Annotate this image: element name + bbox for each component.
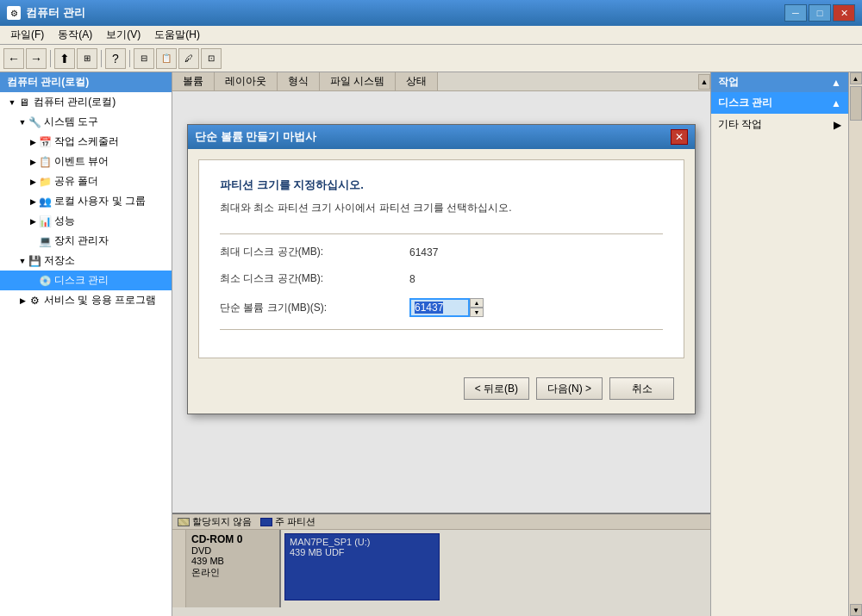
next-button[interactable]: 다음(N) > [536, 377, 603, 400]
dialog-divider-2 [220, 329, 663, 330]
tree-label-users: 로컬 사용자 및 그룹 [54, 194, 146, 208]
expand-icon-shared[interactable]: ▶ [28, 177, 38, 187]
restore-button[interactable]: □ [809, 4, 831, 22]
users-icon: 👥 [38, 195, 52, 208]
tree-label-device: 장치 관리자 [54, 233, 109, 248]
dialog-field-min: 최소 디스크 공간(MB): 8 [220, 271, 663, 286]
menu-file[interactable]: 파일(F) [3, 26, 51, 44]
dialog-title-text: 단순 볼륨 만들기 마법사 [195, 129, 316, 145]
tree-item-scheduler[interactable]: ▶ 📅 작업 스케줄러 [0, 132, 172, 152]
folder-icon: 📁 [38, 175, 52, 189]
tree-item-root[interactable]: ▼ 🖥 컴퓨터 관리(로컬) [0, 92, 172, 112]
scroll-thumb[interactable] [850, 86, 862, 121]
tree-label-root: 컴퓨터 관리(로컬) [34, 95, 116, 109]
toolbar-export[interactable]: ⊟ [134, 48, 154, 69]
spinbox-up[interactable]: ▲ [470, 298, 484, 308]
dialog-close-button[interactable]: ✕ [671, 129, 688, 145]
dialog-body: 파티션 크기를 지정하십시오. 최대와 최소 파티션 크기 사이에서 파티션 크… [198, 159, 684, 358]
dialog-divider-1 [220, 233, 663, 234]
dialog-section-title: 파티션 크기를 지정하십시오. [220, 177, 663, 193]
tree-item-services[interactable]: ▶ ⚙ 서비스 및 응용 프로그램 [0, 290, 172, 310]
volume-size-spinbox[interactable]: ▲ ▼ [409, 298, 484, 317]
dialog-label-min: 최소 디스크 공간(MB): [220, 271, 409, 286]
tools-icon: 🔧 [28, 115, 41, 129]
menu-view[interactable]: 보기(V) [99, 26, 147, 44]
minimize-button[interactable]: ─ [784, 4, 807, 22]
toolbar-edit[interactable]: 🖊 [178, 48, 199, 69]
sidebar-item-other-label: 기타 작업 [718, 117, 762, 132]
tree-item-system[interactable]: ▼ 🔧 시스템 도구 [0, 112, 172, 132]
sidebar-header-label: 작업 [718, 75, 739, 90]
title-bar-controls: ─ □ ✕ [784, 4, 855, 22]
expand-icon-perf[interactable]: ▶ [28, 216, 38, 227]
expand-icon-event[interactable]: ▶ [28, 157, 38, 167]
volume-size-input[interactable] [409, 298, 470, 317]
dialog-field-max: 최대 디스크 공간(MB): 61437 [220, 245, 663, 259]
toolbar-show-hide[interactable]: ⊞ [77, 48, 97, 69]
app-icon: ⚙ [7, 6, 21, 20]
sidebar-header-icon: ▲ [831, 77, 841, 89]
spinbox-down[interactable]: ▼ [470, 308, 484, 317]
main-with-right: 볼륨 레이아웃 형식 파일 시스템 상태 ▲ 할당되지 않음 [172, 72, 862, 616]
tree-label-shared: 공유 폴더 [54, 174, 98, 189]
toolbar-help[interactable]: ? [105, 48, 126, 69]
expand-icon-users[interactable]: ▶ [28, 196, 38, 207]
dialog-input-row: 단순 볼륨 크기(MB)(S): ▲ ▼ [220, 298, 663, 317]
cancel-button[interactable]: 취소 [609, 377, 674, 400]
window-title: 컴퓨터 관리 [26, 5, 85, 21]
title-bar: ⚙ 컴퓨터 관리 ─ □ ✕ [0, 0, 862, 26]
dialog-input-label: 단순 볼륨 크기(MB)(S): [220, 301, 409, 315]
expand-icon-root[interactable]: ▼ [7, 97, 17, 108]
title-bar-left: ⚙ 컴퓨터 관리 [7, 5, 85, 21]
disk-icon: 💿 [38, 274, 52, 288]
expand-icon-services[interactable]: ▶ [17, 296, 28, 306]
computer-icon: 🖥 [17, 96, 31, 109]
sidebar-item-other[interactable]: 기타 작업 ▶ [711, 114, 848, 135]
tree-label-services: 서비스 및 응용 프로그램 [44, 293, 156, 308]
expand-icon-scheduler[interactable]: ▶ [28, 137, 38, 147]
expand-icon-system[interactable]: ▼ [17, 117, 28, 128]
tree-item-diskmgmt[interactable]: ▶ 💿 디스크 관리 [0, 271, 172, 290]
spinbox-buttons: ▲ ▼ [470, 298, 484, 317]
services-icon: ⚙ [28, 294, 41, 308]
sidebar-item-diskmgmt-label: 디스크 관리 [718, 96, 772, 110]
dialog-titlebar: 단순 볼륨 만들기 마법사 ✕ [188, 125, 695, 149]
dialog-section-desc: 최대와 최소 파티션 크기 사이에서 파티션 크기를 선택하십시오. [220, 200, 663, 216]
tree-label-scheduler: 작업 스케줄러 [54, 134, 119, 149]
toolbar-up[interactable]: ⬆ [54, 48, 75, 69]
center-area: 볼륨 레이아웃 형식 파일 시스템 상태 ▲ 할당되지 않음 [172, 72, 710, 616]
device-icon: 💻 [38, 234, 52, 248]
dialog-overlay: 단순 볼륨 만들기 마법사 ✕ 파티션 크기를 지정하십시오. 최대와 최소 파… [172, 72, 710, 616]
tree-label-system: 시스템 도구 [44, 115, 98, 129]
tree-label-diskmgmt: 디스크 관리 [54, 273, 109, 288]
toolbar-sep-1 [50, 50, 51, 67]
sidebar-header: 작업 ▲ [711, 72, 848, 92]
scrollbar[interactable]: ▲ ▼ [848, 72, 862, 616]
toolbar-forward[interactable]: → [26, 48, 47, 69]
scroll-down[interactable]: ▼ [850, 604, 862, 616]
scheduler-icon: 📅 [38, 135, 52, 149]
sidebar-item-diskmgmt[interactable]: 디스크 관리 ▲ [711, 92, 848, 114]
back-button[interactable]: < 뒤로(B) [464, 377, 529, 400]
toolbar-new[interactable]: 📋 [156, 48, 177, 69]
sidebar-item-diskmgmt-icon: ▲ [831, 97, 841, 109]
sidebar-item-other-icon: ▶ [834, 119, 841, 131]
toolbar-sep-3 [129, 50, 130, 67]
tree-item-device[interactable]: ▶ 💻 장치 관리자 [0, 231, 172, 251]
left-panel: 컴퓨터 관리(로컬) ▼ 🖥 컴퓨터 관리(로컬) ▼ 🔧 시스템 도구 ▶ 📅… [0, 72, 172, 616]
window-close-button[interactable]: ✕ [833, 4, 855, 22]
tree-item-storage[interactable]: ▼ 💾 저장소 [0, 251, 172, 271]
tree-item-shared[interactable]: ▶ 📁 공유 폴더 [0, 171, 172, 191]
tree-item-event[interactable]: ▶ 📋 이벤트 뷰어 [0, 152, 172, 171]
menu-help[interactable]: 도움말(H) [147, 26, 207, 44]
toolbar-options[interactable]: ⊡ [201, 48, 222, 69]
perf-icon: 📊 [38, 215, 52, 228]
scroll-up[interactable]: ▲ [850, 72, 862, 84]
menu-action[interactable]: 동작(A) [51, 26, 99, 44]
tree-item-users[interactable]: ▶ 👥 로컬 사용자 및 그룹 [0, 191, 172, 211]
tree-label-perf: 성능 [54, 214, 75, 228]
tree-item-perf[interactable]: ▶ 📊 성능 [0, 211, 172, 231]
expand-icon-storage[interactable]: ▼ [17, 256, 28, 266]
menu-bar: 파일(F) 동작(A) 보기(V) 도움말(H) [0, 26, 862, 45]
toolbar-back[interactable]: ← [3, 48, 24, 69]
